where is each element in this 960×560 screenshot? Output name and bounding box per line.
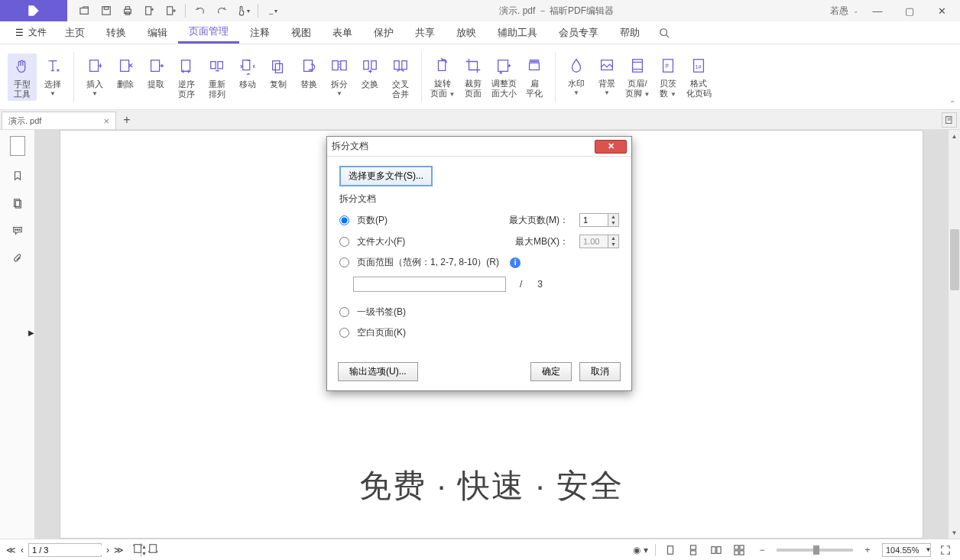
comments-icon[interactable] [5, 218, 30, 243]
close-button[interactable]: ✕ [928, 1, 955, 21]
crop-button[interactable]: 裁剪页面 [459, 53, 488, 101]
last-page-icon[interactable]: ≫ [114, 545, 124, 555]
sidebar-expand-icon[interactable]: ▶ [28, 329, 34, 337]
undo-icon[interactable] [190, 1, 210, 21]
menu-vip[interactable]: 会员专享 [548, 21, 609, 44]
hand-tool-button[interactable]: 手型 工具 [8, 53, 37, 101]
page-thumbnail[interactable] [10, 136, 25, 156]
menu-protect[interactable]: 保护 [363, 21, 404, 44]
select-tool-button[interactable]: 选择 ▼ [38, 53, 67, 101]
radio-blank[interactable] [339, 328, 349, 338]
chevron-down-icon[interactable]: ▼ [922, 546, 933, 553]
watermark-button[interactable]: 水印▼ [562, 53, 591, 101]
page-field[interactable] [29, 545, 141, 555]
fullscreen-icon[interactable] [937, 542, 954, 558]
reverse-button[interactable]: 逆序页序 [172, 53, 201, 101]
radio-filesize[interactable] [339, 237, 349, 247]
split-button[interactable]: 拆分▼ [325, 53, 354, 101]
range-input[interactable] [353, 277, 506, 292]
menu-page-management[interactable]: 页面管理 [178, 21, 239, 44]
ok-button[interactable]: 确定 [530, 362, 572, 381]
scroll-thumb[interactable] [950, 229, 959, 290]
select-more-files-button[interactable]: 选择更多文件(S)... [339, 166, 433, 186]
user-name[interactable]: 若愚 [830, 5, 848, 18]
menu-assist[interactable]: 辅助工具 [487, 21, 548, 44]
new-tab-button[interactable]: + [116, 110, 138, 129]
page-add-icon[interactable] [139, 1, 159, 21]
first-page-icon[interactable]: ≪ [6, 545, 16, 555]
layout-icon-b[interactable] [148, 543, 159, 556]
print-icon[interactable] [118, 1, 138, 21]
qat-dropdown-icon[interactable]: ⎯▾ [263, 1, 283, 21]
file-menu[interactable]: ☰ 文件 [8, 21, 54, 44]
view-facing-icon[interactable] [708, 542, 725, 558]
extract-button[interactable]: 提取 [141, 53, 170, 101]
flatten-button[interactable]: 扁平化 [520, 53, 549, 101]
rearrange-button[interactable]: 重新排列 [203, 53, 232, 101]
menu-view[interactable]: 视图 [281, 21, 322, 44]
user-dropdown-icon[interactable]: ⌄ [853, 7, 859, 15]
search-icon[interactable] [655, 24, 673, 42]
menu-slideshow[interactable]: 放映 [446, 21, 487, 44]
open-icon[interactable] [75, 1, 95, 21]
touch-icon[interactable]: ▾ [233, 1, 253, 21]
menu-home[interactable]: 主页 [54, 21, 96, 44]
radio-pages[interactable] [339, 215, 349, 225]
cancel-button[interactable]: 取消 [579, 362, 621, 381]
radio-bookmark[interactable] [339, 307, 349, 317]
scroll-up-icon[interactable]: ▲ [949, 130, 960, 142]
zoom-in-icon[interactable]: + [859, 542, 876, 558]
scroll-down-icon[interactable]: ▼ [949, 526, 960, 539]
view-visible-icon[interactable]: ◉ ▾ [632, 542, 649, 558]
menu-convert[interactable]: 转换 [96, 21, 137, 44]
output-options-button[interactable]: 输出选项(U)... [338, 362, 418, 381]
menu-share[interactable]: 共享 [404, 21, 446, 44]
prev-page-icon[interactable]: ‹ [21, 545, 24, 555]
dialog-close-button[interactable]: ✕ [595, 140, 627, 154]
zoom-out-icon[interactable]: − [754, 542, 770, 558]
minimize-button[interactable]: — [864, 1, 891, 21]
resize-button[interactable]: 调整页面大小 [489, 53, 518, 101]
maximize-button[interactable]: ▢ [896, 1, 923, 21]
rotate-button[interactable]: 旋转页面 ▼ [428, 53, 457, 101]
view-single-icon[interactable] [662, 542, 679, 558]
zoom-slider[interactable] [777, 549, 853, 552]
spin-up-icon[interactable]: ▲ [608, 235, 618, 241]
menu-form[interactable]: 表单 [322, 21, 363, 44]
max-pages-input[interactable] [579, 213, 608, 227]
move-button[interactable]: 移动 [233, 53, 262, 101]
menu-help[interactable]: 帮助 [609, 21, 650, 44]
layout-icon-a[interactable] [133, 543, 144, 556]
spin-down-icon[interactable]: ▼ [608, 220, 618, 226]
view-continuous-icon[interactable] [685, 542, 702, 558]
redo-icon[interactable] [212, 1, 232, 21]
cross-merge-button[interactable]: 交叉合并 [386, 53, 415, 101]
header-footer-button[interactable]: 页眉/页脚 ▼ [623, 53, 652, 101]
view-facing-cont-icon[interactable] [731, 542, 748, 558]
next-page-icon[interactable]: › [106, 545, 109, 555]
copy-button[interactable]: 复制 [264, 53, 293, 101]
attachments-icon[interactable] [5, 246, 30, 270]
vertical-scrollbar[interactable]: ▲ ▼ [948, 130, 960, 539]
background-button[interactable]: 背景▼ [592, 53, 621, 101]
replace-button[interactable]: 替换 [294, 53, 323, 101]
ribbon-collapse-icon[interactable]: ⌃ [949, 99, 955, 108]
zoom-thumb[interactable] [813, 545, 819, 555]
pages-panel-icon[interactable] [5, 191, 30, 215]
dialog-titlebar[interactable]: 拆分文档 ✕ [327, 137, 631, 157]
format-pagenum-button[interactable]: 1#格式化页码 [684, 53, 713, 101]
document-tab[interactable]: 演示. pdf × [2, 112, 116, 129]
bookmarks-icon[interactable] [5, 163, 30, 188]
page-number-input[interactable]: ▲▼ [28, 543, 102, 557]
info-icon[interactable]: i [510, 257, 521, 268]
save-icon[interactable] [96, 1, 116, 21]
tab-close-icon[interactable]: × [103, 115, 109, 127]
page-next-icon[interactable] [161, 1, 180, 21]
max-mb-input[interactable] [579, 235, 608, 248]
spin-down-icon[interactable]: ▼ [608, 241, 618, 248]
spin-up-icon[interactable]: ▲ [608, 214, 618, 220]
radio-range[interactable] [339, 257, 349, 267]
bates-button[interactable]: #贝茨数 ▼ [654, 53, 683, 101]
zoom-display[interactable]: 104.55%▼ [882, 543, 931, 557]
tab-tools-icon[interactable] [942, 112, 957, 128]
